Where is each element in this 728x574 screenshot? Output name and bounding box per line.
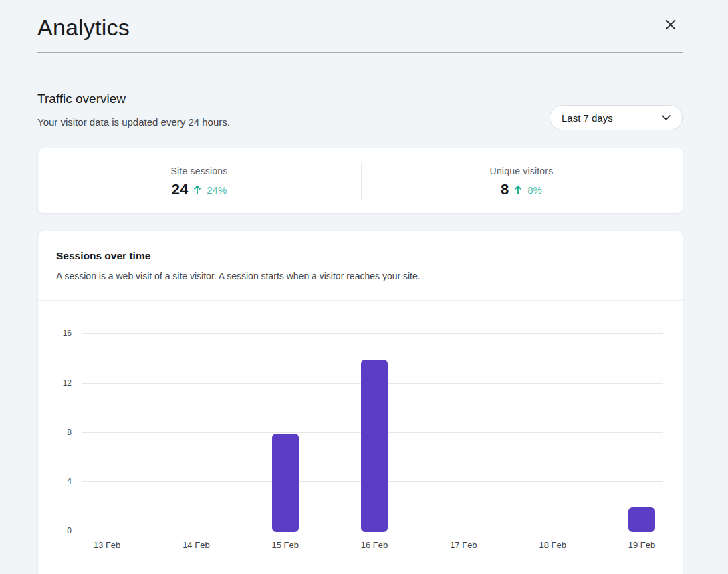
y-tick-label: 12 — [38, 378, 72, 388]
traffic-overview-subtitle: Your visitor data is updated every 24 ho… — [37, 116, 230, 128]
chart-title: Sessions over time — [56, 250, 150, 262]
x-tick-label: 16 Feb — [344, 540, 404, 550]
stat-label: Unique visitors — [490, 166, 554, 176]
date-range-dropdown[interactable]: Last 7 days — [550, 105, 683, 130]
bar-19-feb[interactable] — [628, 507, 655, 532]
bar-15-feb[interactable] — [272, 434, 299, 533]
gridline-16 — [82, 333, 663, 334]
chart-plot: 048121613 Feb14 Feb15 Feb16 Feb17 Feb18 … — [38, 301, 684, 574]
chart-description: A session is a web visit of a site visit… — [56, 271, 420, 281]
arrow-up-icon — [193, 185, 201, 195]
header-divider — [37, 52, 683, 53]
stat-site-sessions: Site sessions 24 24% — [38, 148, 360, 213]
stat-change: 8% — [527, 184, 542, 196]
traffic-overview-title: Traffic overview — [37, 92, 126, 106]
x-tick-label: 18 Feb — [523, 540, 583, 550]
stat-label: Site sessions — [170, 166, 227, 176]
y-tick-label: 0 — [38, 525, 72, 536]
x-tick-label: 19 Feb — [612, 540, 672, 550]
x-tick-label: 13 Feb — [77, 540, 137, 550]
x-tick-label: 15 Feb — [255, 540, 316, 550]
sessions-over-time-card: Sessions over time A session is a web vi… — [37, 231, 683, 574]
analytics-panel: Analytics Traffic overview Your visitor … — [0, 0, 728, 574]
x-tick-label: 14 Feb — [166, 540, 226, 550]
y-tick-label: 8 — [38, 427, 72, 438]
stat-unique-visitors: Unique visitors 8 8% — [360, 148, 683, 213]
close-button[interactable] — [660, 14, 681, 35]
date-range-value: Last 7 days — [562, 112, 613, 124]
x-tick-label: 17 Feb — [433, 540, 493, 550]
close-icon — [664, 19, 677, 31]
traffic-stats-card: Site sessions 24 24% Unique visitors 8 — [37, 148, 683, 214]
y-tick-label: 16 — [38, 328, 72, 339]
stat-value: 8 — [501, 181, 509, 198]
stats-divider — [361, 163, 362, 200]
y-tick-label: 4 — [38, 476, 72, 486]
bar-16-feb[interactable] — [361, 360, 388, 532]
page-title: Analytics — [37, 15, 130, 41]
stat-change: 24% — [207, 184, 227, 196]
chevron-down-icon — [662, 115, 671, 120]
stat-value: 24 — [172, 181, 188, 198]
arrow-up-icon — [514, 185, 522, 195]
